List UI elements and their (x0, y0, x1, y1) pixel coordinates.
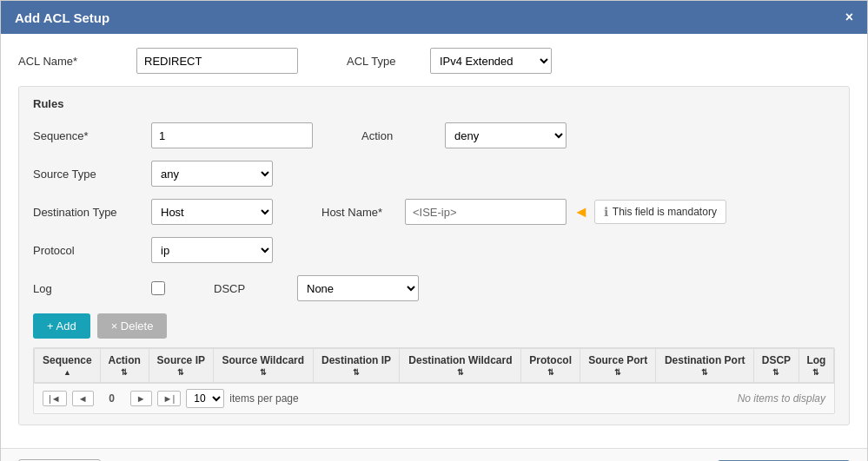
log-dscp-row: Log DSCP None AF11 AF12 AF21 AF22 (33, 275, 835, 301)
col-dscp[interactable]: DSCP ⇅ (754, 349, 799, 383)
add-button[interactable]: + Add (33, 313, 90, 339)
rules-table-container: Sequence ▲ Action ⇅ (33, 347, 835, 414)
rules-table: Sequence ▲ Action ⇅ (34, 348, 834, 383)
close-button[interactable]: × (845, 10, 853, 25)
acl-name-input[interactable] (136, 48, 298, 74)
modal-body: ACL Name* ACL Type IPv4 Extended IPv4 St… (1, 34, 867, 448)
col-dest-ip[interactable]: Destination IP ⇅ (313, 349, 400, 383)
mandatory-tooltip: ℹ This field is mandatory (594, 200, 726, 224)
destination-type-label: Destination Type (33, 206, 137, 219)
col-source-ip[interactable]: Source IP ⇅ (149, 349, 213, 383)
sequence-sort-icon: ▲ (63, 368, 71, 377)
source-type-label: Source Type (33, 168, 137, 181)
no-items-text: No items to display (738, 392, 825, 405)
last-page-button[interactable]: ►| (157, 391, 182, 406)
source-type-select[interactable]: any host network (151, 161, 273, 187)
log-checkbox[interactable] (151, 281, 165, 295)
action-select[interactable]: deny permit (445, 122, 567, 148)
destination-type-row: Destination Type Host any network Host N… (33, 199, 835, 225)
col-log[interactable]: Log ⇅ (798, 349, 833, 383)
source-type-row: Source Type any host network (33, 161, 835, 187)
protocol-sort-icon: ⇅ (547, 368, 554, 377)
col-action[interactable]: Action ⇅ (100, 349, 149, 383)
sourcewild-sort-icon: ⇅ (260, 368, 267, 377)
first-page-button[interactable]: |◄ (43, 391, 67, 406)
log-sort-icon: ⇅ (812, 368, 819, 377)
col-sequence[interactable]: Sequence ▲ (35, 349, 101, 383)
action-sort-icon: ⇅ (121, 368, 128, 377)
protocol-row: Protocol ip tcp udp icmp (33, 237, 835, 263)
host-name-group: ◄ ℹ This field is mandatory (405, 199, 726, 225)
col-source-port[interactable]: Source Port ⇅ (580, 349, 655, 383)
items-per-page-label: items per page (229, 392, 298, 405)
acl-type-label: ACL Type (347, 55, 416, 68)
dscp-sort-icon: ⇅ (772, 368, 779, 377)
destination-type-select[interactable]: Host any network (151, 199, 273, 225)
log-label: Log (33, 282, 137, 295)
page-count: 0 (99, 392, 125, 405)
sequence-input[interactable] (151, 122, 313, 148)
table-footer: |◄ ◄ 0 ► ►| 10 25 50 items per page No i… (34, 383, 834, 413)
mandatory-arrow-icon: ◄ (573, 203, 589, 221)
modal-footer: ↩ Cancel 💾 Apply to Device (1, 448, 867, 461)
destip-sort-icon: ⇅ (353, 368, 360, 377)
acl-name-label: ACL Name* (18, 55, 123, 68)
acl-name-row: ACL Name* ACL Type IPv4 Extended IPv4 St… (18, 48, 850, 74)
mandatory-message: This field is mandatory (613, 206, 717, 218)
modal-header: Add ACL Setup × (1, 1, 867, 34)
sourceip-sort-icon: ⇅ (177, 368, 184, 377)
dscp-label: DSCP (214, 282, 283, 295)
destwild-sort-icon: ⇅ (457, 368, 464, 377)
col-source-wildcard[interactable]: Source Wildcard ⇅ (213, 349, 313, 383)
add-acl-modal: Add ACL Setup × ACL Name* ACL Type IPv4 … (0, 0, 868, 461)
acl-type-select[interactable]: IPv4 Extended IPv4 Standard IPv6 (430, 48, 552, 74)
sourceport-sort-icon: ⇅ (614, 368, 621, 377)
modal-title: Add ACL Setup (15, 10, 109, 25)
col-protocol[interactable]: Protocol ⇅ (521, 349, 580, 383)
host-name-input[interactable] (405, 199, 567, 225)
dscp-select[interactable]: None AF11 AF12 AF21 AF22 (297, 275, 419, 301)
prev-page-button[interactable]: ◄ (72, 391, 94, 406)
host-name-label: Host Name* (321, 206, 391, 219)
protocol-select[interactable]: ip tcp udp icmp (151, 237, 273, 263)
action-label: Action (361, 129, 431, 142)
sequence-label: Sequence* (33, 129, 137, 142)
col-dest-wildcard[interactable]: Destination Wildcard ⇅ (400, 349, 521, 383)
rules-section: Rules Sequence* Action deny permit Sourc… (18, 86, 850, 425)
next-page-button[interactable]: ► (130, 391, 152, 406)
destport-sort-icon: ⇅ (701, 368, 708, 377)
rules-title: Rules (33, 97, 835, 110)
col-dest-port[interactable]: Destination Port ⇅ (656, 349, 754, 383)
info-icon: ℹ (604, 205, 608, 219)
protocol-label: Protocol (33, 244, 137, 257)
add-delete-row: + Add × Delete (33, 313, 835, 339)
per-page-select[interactable]: 10 25 50 (186, 389, 224, 408)
delete-button[interactable]: × Delete (97, 313, 168, 339)
sequence-action-row: Sequence* Action deny permit (33, 122, 835, 148)
